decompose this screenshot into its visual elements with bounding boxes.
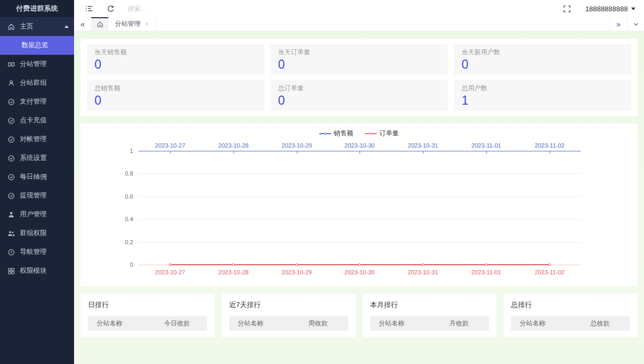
sidebar-item-label: 支付管理: [20, 97, 47, 106]
stat-value: 1: [462, 93, 624, 107]
x-tick-label-bottom: 2023-10-28: [218, 269, 248, 275]
tab-home[interactable]: [91, 17, 108, 31]
sidebar-item-subsite-manage[interactable]: 分站管理: [0, 55, 74, 74]
tabbar-spacer: [156, 17, 610, 31]
navigation-icon: [7, 248, 15, 256]
chart-legend: 销售额 订单量: [80, 129, 638, 138]
tabs-scroll-right-button[interactable]: »: [610, 17, 627, 31]
data-point: [232, 264, 235, 266]
topbar: 18888888888: [74, 0, 644, 17]
chevron-down-icon: [633, 21, 639, 27]
sidebar-item-label: 群组权限: [20, 229, 47, 238]
sidebar-subitem-data-overview[interactable]: 数据总览: [0, 36, 74, 55]
x-tick-label-top: 2023-11-01: [471, 142, 501, 149]
stat-label: 总销售额: [94, 84, 257, 93]
x-tick-label-bottom: 2023-10-30: [345, 269, 375, 275]
sidebar-item-reconciliation[interactable]: 对帐管理: [0, 130, 74, 149]
sidebar-item-payment-manage[interactable]: 支付管理: [0, 92, 74, 111]
user-menu[interactable]: 18888888888: [585, 5, 635, 13]
x-tick-label-top: 2023-10-29: [282, 142, 312, 149]
rankings-section: 日排行 分站名称 今日收款 近7天排行 分站名称 周收款 本月排行: [80, 294, 638, 337]
y-tick-label: 0.8: [109, 170, 133, 177]
sidebar-item-permission-module[interactable]: 权限模块: [0, 261, 74, 280]
data-point: [169, 264, 172, 266]
tabs-scroll-left-button[interactable]: «: [74, 17, 91, 31]
sidebar-item-subsite-groups[interactable]: 分站群组: [0, 74, 74, 92]
sidebar-item-nav-manage[interactable]: 导航管理: [0, 243, 74, 261]
check-circle-icon: [7, 117, 15, 125]
stat-value: 0: [94, 93, 257, 107]
sidebar-item-system-settings[interactable]: 系统设置: [0, 149, 74, 168]
y-tick-label: 0: [109, 261, 133, 268]
tab-bar: « 分站管理 × »: [74, 17, 644, 31]
sidebar-item-label: 导航管理: [20, 247, 47, 257]
rank-table-header: 分站名称 今日收款: [88, 316, 207, 331]
rank-table-header: 分站名称 总收款: [511, 316, 630, 331]
legend-marker-red: [365, 133, 377, 134]
rank-col-amount: 总收款: [570, 319, 630, 328]
check-circle-icon: [7, 173, 15, 181]
data-point: [548, 264, 551, 266]
home-icon: [7, 23, 15, 31]
sidebar-item-label: 对帐管理: [20, 135, 47, 144]
rank-col-name: 分站名称: [88, 319, 147, 328]
tab-close-icon[interactable]: ×: [145, 20, 149, 28]
user-icon: [7, 210, 15, 219]
rank-table-header: 分站名称 月收款: [370, 316, 489, 331]
topbar-right: 18888888888: [562, 4, 635, 13]
sidebar-item-withdraw-manage[interactable]: 提现管理: [0, 186, 74, 205]
rank-col-amount: 月收款: [429, 319, 489, 328]
stat-label: 当天新用户数: [462, 48, 624, 57]
rank-title: 近7天排行: [229, 300, 348, 310]
stat-card-total-sales: 总销售额 0: [87, 80, 264, 111]
stat-card-today-orders: 当天订单量 0: [270, 44, 448, 75]
refresh-icon[interactable]: [106, 4, 115, 13]
gridline: [138, 219, 581, 220]
sidebar-item-label: 每日抽佣: [20, 172, 47, 181]
rank-col-name: 分站名称: [229, 319, 288, 328]
gridline: [138, 242, 581, 243]
legend-marker-blue: [319, 133, 331, 134]
rank-col-amount: 周收款: [288, 319, 348, 328]
sidebar-item-card-recharge[interactable]: 点卡充值: [0, 111, 74, 130]
users-icon: [7, 229, 15, 237]
stat-card-total-orders: 总订单量 0: [270, 80, 448, 111]
x-tick-label-bottom: 2023-10-29: [282, 269, 312, 275]
fullscreen-icon[interactable]: [562, 4, 571, 13]
rank-panel-total: 总排行 分站名称 总收款: [503, 294, 638, 337]
rank-title: 日排行: [88, 300, 207, 310]
sidebar-item-label: 系统设置: [20, 154, 47, 163]
check-circle-icon: [7, 192, 15, 200]
stat-card-total-users: 总用户数 1: [454, 80, 631, 111]
x-tick-label-bottom: 2023-11-02: [535, 269, 564, 275]
x-tick-label-top: 2023-10-28: [218, 142, 248, 149]
gridline: [138, 196, 581, 197]
sidebar-item-user-manage[interactable]: 用户管理: [0, 205, 74, 224]
x-tick: [360, 151, 360, 154]
app-root: 付费进群系统 主页 数据总览 分站管理 分站群组: [0, 0, 644, 364]
x-tick: [297, 151, 297, 154]
x-tick-label-top: 2023-10-27: [155, 142, 185, 149]
collapse-menu-icon[interactable]: [85, 4, 93, 13]
sidebar-item-daily-commission[interactable]: 每日抽佣: [0, 168, 74, 186]
sidebar-item-group-permission[interactable]: 群组权限: [0, 224, 74, 243]
rank-panel-daily: 日排行 分站名称 今日收款: [80, 294, 215, 337]
sidebar-item-home[interactable]: 主页: [0, 17, 74, 36]
rank-col-name: 分站名称: [511, 319, 570, 328]
rank-title: 总排行: [511, 300, 630, 310]
chevron-down-icon: [631, 8, 635, 10]
subsite-grid-icon: [7, 60, 15, 68]
search-input[interactable]: [128, 5, 224, 12]
legend-item-sales[interactable]: 销售额: [319, 129, 353, 138]
stats-grid: 当天销售额 0 当天订单量 0 当天新用户数 0 总销售额 0: [87, 44, 631, 111]
x-tick-label-bottom: 2023-10-31: [408, 269, 438, 275]
stat-card-today-sales: 当天销售额 0: [87, 44, 264, 75]
chevron-up-icon: [64, 25, 69, 28]
tab-subsite-manage[interactable]: 分站管理 ×: [108, 17, 156, 31]
tabs-menu-button[interactable]: [627, 17, 644, 31]
legend-item-orders[interactable]: 订单量: [365, 129, 399, 138]
x-tick: [170, 151, 171, 154]
stat-label: 总订单量: [278, 84, 440, 93]
y-tick-label: 0.2: [109, 239, 133, 245]
sidebar-item-label: 权限模块: [20, 266, 47, 275]
